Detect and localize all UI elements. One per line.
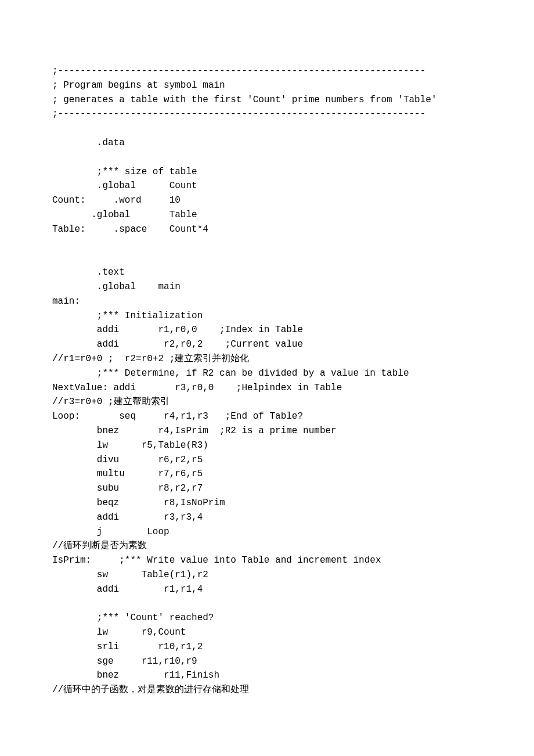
code-line: srli r10,r1,2 <box>52 640 482 654</box>
code-line: .global main <box>52 280 482 294</box>
code-line <box>52 251 482 265</box>
code-line: ; generates a table with the first 'Coun… <box>52 93 482 107</box>
code-line: Count: .word 10 <box>52 193 482 208</box>
code-line: addi r1,r0,0 ;Index in Table <box>52 323 482 337</box>
code-line: ;*** size of table <box>52 165 482 179</box>
code-line: //r1=r0+0 ; r2=r0+2 ;建立索引并初始化 <box>52 352 482 366</box>
code-line: //循环中的子函数，对是素数的进行存储和处理 <box>52 683 482 697</box>
code-line: j Loop <box>52 525 482 539</box>
code-line: sge r11,r10,r9 <box>52 654 482 669</box>
code-line: ;*** Determine, if R2 can be divided by … <box>52 366 482 381</box>
code-line <box>52 121 482 136</box>
code-line: beqz r8,IsNoPrim <box>52 496 482 510</box>
code-line <box>52 237 482 251</box>
code-line: .data <box>52 136 482 150</box>
code-line: ;---------------------------------------… <box>52 107 482 121</box>
code-line: Table: .space Count*4 <box>52 222 482 237</box>
code-line <box>52 150 482 165</box>
code-line: sw Table(r1),r2 <box>52 568 482 582</box>
code-line: subu r8,r2,r7 <box>52 481 482 496</box>
code-line: bnez r11,Finish <box>52 668 482 683</box>
code-line: IsPrim: ;*** Write value into Table and … <box>52 553 482 568</box>
code-line: addi r2,r0,2 ;Current value <box>52 337 482 352</box>
code-line: bnez r4,IsPrim ;R2 is a prime number <box>52 424 482 438</box>
code-line: //r3=r0+0 ;建立帮助索引 <box>52 395 482 409</box>
code-line: //循环判断是否为素数 <box>52 539 482 553</box>
code-line: ;*** 'Count' reached? <box>52 611 482 625</box>
code-line: ;*** Initialization <box>52 309 482 323</box>
code-document: ;---------------------------------------… <box>0 0 534 732</box>
code-line: .global Table <box>52 208 482 222</box>
code-line: .global Count <box>52 179 482 193</box>
code-line: addi r1,r1,4 <box>52 582 482 597</box>
code-line: multu r7,r6,r5 <box>52 467 482 481</box>
code-line: ;---------------------------------------… <box>52 64 482 78</box>
code-line: lw r5,Table(R3) <box>52 438 482 453</box>
code-line: addi r3,r3,4 <box>52 510 482 525</box>
code-line: lw r9,Count <box>52 625 482 640</box>
code-line <box>52 596 482 611</box>
code-line: .text <box>52 265 482 280</box>
code-line: ; Program begins at symbol main <box>52 78 482 93</box>
code-line: divu r6,r2,r5 <box>52 453 482 467</box>
code-line: Loop: seq r4,r1,r3 ;End of Table? <box>52 409 482 424</box>
code-line: main: <box>52 294 482 309</box>
code-line: NextValue: addi r3,r0,0 ;Helpindex in Ta… <box>52 381 482 395</box>
